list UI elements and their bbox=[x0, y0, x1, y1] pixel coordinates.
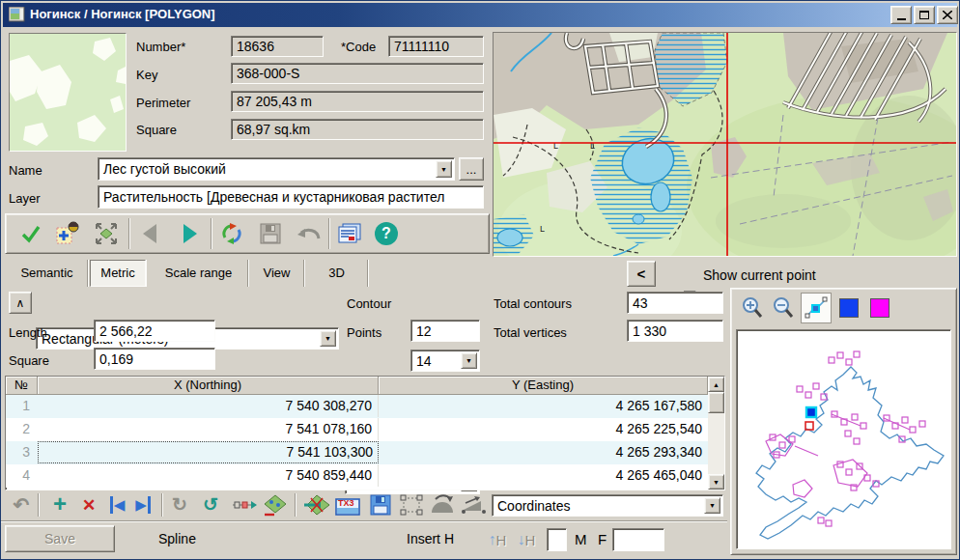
previous-object-button[interactable] bbox=[135, 219, 164, 248]
rotate-button[interactable]: ↻ bbox=[167, 492, 192, 516]
main-contour-color-swatch[interactable] bbox=[839, 298, 859, 318]
tab-semantic[interactable]: Semantic bbox=[7, 260, 88, 287]
cell-x[interactable]: 7 540 308,270 bbox=[38, 395, 379, 417]
square-field[interactable]: 68,97 sq.km bbox=[231, 119, 484, 140]
h-value-field[interactable] bbox=[547, 528, 567, 551]
square-label: Square bbox=[136, 123, 177, 137]
m-label: M bbox=[575, 532, 587, 546]
cell-x-focused[interactable]: 7 541 103,300 bbox=[38, 441, 379, 463]
cell-y[interactable]: 4 265 225,540 bbox=[379, 418, 708, 440]
column-header-x[interactable]: X (Northing) bbox=[38, 377, 379, 395]
save-button[interactable]: Save bbox=[5, 525, 115, 552]
save-metric-button[interactable] bbox=[366, 492, 395, 518]
show-polyline-toggle[interactable] bbox=[801, 293, 832, 323]
length-field[interactable]: 2 566,22 bbox=[94, 320, 215, 342]
fit-extent-button[interactable] bbox=[91, 219, 122, 248]
segment-edit-button[interactable] bbox=[231, 495, 258, 515]
name-browse-button[interactable]: ... bbox=[459, 157, 484, 181]
tab-scale-range[interactable]: Scale range bbox=[150, 260, 248, 287]
name-combobox[interactable]: Лес густой высокий ▼ bbox=[98, 157, 455, 181]
close-button[interactable] bbox=[937, 6, 958, 24]
contours-preview[interactable] bbox=[736, 329, 951, 549]
create-search-button[interactable] bbox=[52, 219, 83, 248]
contours-panel bbox=[730, 288, 957, 555]
inner-contour-color-swatch[interactable] bbox=[870, 298, 889, 318]
column-header-y[interactable]: Y (Easting) bbox=[379, 377, 708, 395]
add-point-button[interactable]: + bbox=[47, 491, 72, 517]
undo-point-button[interactable]: ↶ bbox=[9, 493, 34, 517]
refresh-button[interactable] bbox=[216, 219, 247, 248]
delete-point-button[interactable]: ✕ bbox=[76, 493, 101, 517]
table-scrollbar[interactable]: ▲ ▼ bbox=[708, 377, 724, 490]
slope-button[interactable] bbox=[459, 492, 488, 518]
next-icon bbox=[184, 224, 197, 243]
smooth-arc-button[interactable] bbox=[428, 492, 457, 518]
reverse-direction-button[interactable]: ↺ bbox=[198, 492, 223, 516]
table-row[interactable]: 4 7 540 859,440 4 265 465,040 bbox=[6, 464, 708, 488]
square-metric-field[interactable]: 0,169 bbox=[94, 348, 215, 370]
show-vertices-button[interactable] bbox=[397, 492, 426, 518]
cell-y[interactable]: 4 265 465,040 bbox=[379, 464, 708, 487]
check-icon bbox=[20, 224, 42, 243]
mf-value-field[interactable] bbox=[612, 528, 664, 551]
map-view[interactable]: LLL bbox=[493, 32, 957, 257]
table-row-current[interactable]: 3 7 541 103,300 4 265 293,340 bbox=[6, 441, 708, 464]
back-button[interactable]: < bbox=[627, 261, 656, 287]
lower-h-button[interactable]: ↓ H bbox=[513, 528, 540, 551]
cell-x[interactable]: 7 540 859,440 bbox=[38, 464, 379, 487]
export-txt-button[interactable]: TX3 bbox=[333, 492, 362, 518]
cell-x[interactable]: 7 541 078,160 bbox=[38, 418, 379, 440]
total-contours-field[interactable]: 43 bbox=[627, 292, 723, 314]
app-icon bbox=[9, 7, 25, 22]
cell-y[interactable]: 4 265 293,340 bbox=[379, 441, 708, 463]
maximize-button[interactable] bbox=[914, 6, 935, 24]
number-label: Number* bbox=[136, 40, 185, 54]
vertices-icon bbox=[399, 493, 424, 517]
copy-metric-button[interactable] bbox=[302, 492, 331, 518]
minimize-button[interactable] bbox=[890, 6, 912, 24]
code-field[interactable]: 71111110 bbox=[388, 36, 484, 57]
next-object-button[interactable] bbox=[176, 219, 205, 248]
number-field[interactable]: 18636 bbox=[231, 36, 324, 57]
column-header-num[interactable]: № bbox=[6, 377, 38, 395]
total-vertices-field[interactable]: 1 330 bbox=[627, 320, 723, 342]
object-form-button[interactable] bbox=[334, 219, 365, 248]
last-point-button[interactable]: ▶ bbox=[130, 493, 155, 517]
save-button-toolbar[interactable] bbox=[255, 219, 286, 248]
table-row[interactable]: 2 7 541 078,160 4 265 225,540 bbox=[6, 418, 708, 441]
tab-metric[interactable]: Metric bbox=[90, 260, 146, 287]
title-bar[interactable]: Ногинск / Ногинск [POLYGON] bbox=[3, 3, 957, 27]
contour-combobox[interactable]: 14 ▼ bbox=[410, 350, 480, 372]
raise-h-button[interactable]: ↑ H bbox=[484, 528, 511, 551]
collapse-button[interactable]: ∧ bbox=[9, 292, 32, 314]
tab-view[interactable]: View bbox=[250, 260, 304, 287]
last-point-icon: ▶ bbox=[135, 496, 151, 514]
first-point-button[interactable]: ◀ bbox=[103, 493, 128, 517]
scroll-up-button[interactable]: ▲ bbox=[708, 377, 724, 392]
layer-label: Layer bbox=[9, 191, 41, 206]
apply-button[interactable] bbox=[15, 219, 46, 248]
tab-bar: Semantic Metric Scale range View 3D bbox=[5, 260, 488, 287]
row-number: 2 bbox=[6, 418, 38, 440]
scrollbar-thumb[interactable] bbox=[708, 392, 724, 413]
zoom-in-button[interactable] bbox=[739, 294, 766, 322]
map-image: LLL bbox=[494, 33, 956, 256]
points-field[interactable]: 12 bbox=[410, 320, 480, 342]
layer-field[interactable]: Растительность [Древесная и кустарникова… bbox=[98, 185, 484, 209]
undo-button[interactable] bbox=[292, 219, 325, 248]
tx3-file-icon: TX3 bbox=[334, 493, 361, 517]
scroll-down-button[interactable]: ▼ bbox=[708, 474, 724, 490]
contour-points-button[interactable] bbox=[262, 492, 289, 518]
zoom-out-button[interactable] bbox=[770, 294, 797, 322]
help-button[interactable]: ? bbox=[371, 219, 402, 248]
tab-3d[interactable]: 3D bbox=[306, 260, 368, 287]
help-icon: ? bbox=[375, 222, 398, 245]
main-toolbar: ? bbox=[5, 213, 490, 254]
key-field[interactable]: 368-000-S bbox=[231, 63, 484, 84]
current-point-marker bbox=[806, 407, 816, 417]
diamond-points-icon bbox=[263, 493, 288, 517]
perimeter-field[interactable]: 87 205,43 m bbox=[231, 91, 484, 112]
table-row[interactable]: 1 7 540 308,270 4 265 167,580 bbox=[6, 395, 708, 418]
cell-y[interactable]: 4 265 167,580 bbox=[379, 395, 708, 417]
chevron-down-icon: ▼ bbox=[461, 352, 477, 369]
